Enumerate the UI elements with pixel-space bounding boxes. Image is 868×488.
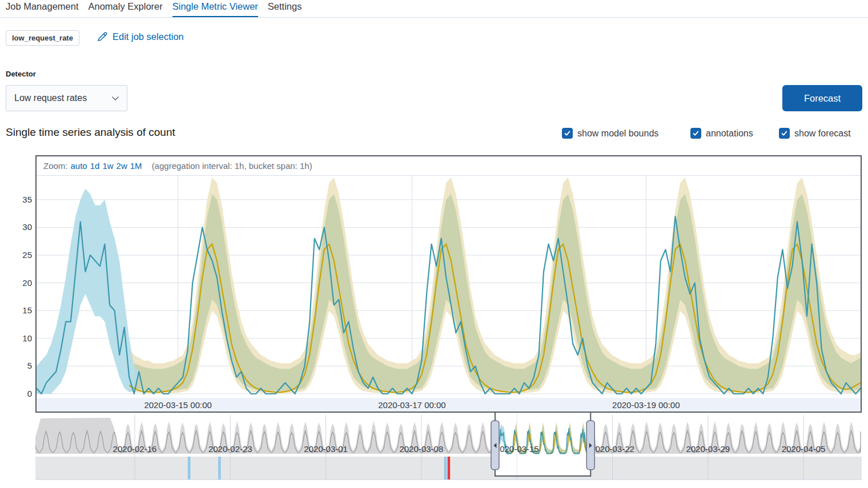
toggle-show-model-bounds[interactable]: show model bounds	[562, 128, 658, 139]
brush-handle-left[interactable]	[491, 421, 499, 470]
y-tick-label: 10	[8, 333, 32, 343]
zoom-option-2w[interactable]: 2w	[116, 161, 127, 171]
y-tick-label: 25	[8, 250, 32, 260]
aggregation-note: (aggregation interval: 1h, bucket span: …	[152, 161, 312, 171]
pencil-icon	[97, 32, 107, 42]
nav-divider	[0, 17, 868, 18]
page-title: Single time series analysis of count	[6, 126, 175, 139]
zoom-option-auto[interactable]: auto	[71, 161, 87, 171]
y-tick-label: 30	[8, 222, 32, 232]
toggle-show-forecast[interactable]: show forecast	[779, 128, 851, 139]
context-chart[interactable]: 2020-02-162020-02-232020-03-012020-03-08…	[35, 412, 862, 480]
zoom-label: Zoom:	[43, 161, 68, 171]
tab-single-metric-viewer[interactable]: Single Metric Viewer	[172, 1, 258, 17]
single-metric-viewer-page: { "nav": { "tabs": [ { "label": "Job Man…	[0, 0, 868, 488]
annotation-marker[interactable]	[448, 457, 451, 479]
tab-anomaly-explorer[interactable]: Anomaly Explorer	[89, 1, 163, 17]
context-week-label: 2020-03-29	[686, 444, 730, 454]
tab-settings[interactable]: Settings	[268, 1, 302, 17]
y-tick-label: 20	[8, 278, 32, 288]
forecast-button[interactable]: Forecast	[782, 85, 862, 111]
annotation-marker[interactable]	[444, 457, 447, 479]
checkbox-checked-icon[interactable]	[779, 128, 790, 139]
edit-job-selection-link[interactable]: Edit job selection	[97, 31, 184, 42]
edit-job-selection-label: Edit job selection	[112, 31, 184, 42]
model-bounds-history-band	[37, 188, 139, 394]
detector-select[interactable]: Low request rates	[6, 85, 127, 111]
detector-label: Detector	[6, 70, 36, 78]
top-nav: Job Management Anomaly Explorer Single M…	[6, 1, 302, 17]
checkbox-checked-icon[interactable]	[690, 128, 701, 139]
x-tick-label: 2020-03-19 00:00	[600, 400, 692, 410]
y-tick-label: 35	[8, 195, 32, 204]
toggle-label: show model bounds	[577, 128, 658, 139]
job-id-badge: low_request_rate	[6, 30, 79, 46]
x-tick-label: 2020-03-17 00:00	[366, 400, 457, 410]
focus-chart-plot	[37, 175, 861, 398]
zoom-option-1d[interactable]: 1d	[90, 161, 100, 171]
x-tick-label: 2020-03-15 00:00	[132, 400, 224, 410]
context-week-label: 2020-02-23	[208, 444, 252, 454]
chart-zoom-controls: Zoom: auto 1d 1w 2w 1M (aggregation inte…	[37, 156, 861, 175]
context-week-label: 2020-03-08	[400, 444, 444, 454]
checkbox-checked-icon[interactable]	[562, 128, 573, 139]
focus-chart-panel: Zoom: auto 1d 1w 2w 1M (aggregation inte…	[35, 155, 862, 413]
zoom-option-1w[interactable]: 1w	[102, 161, 113, 171]
context-week-label: 2020-03-15	[495, 444, 539, 454]
x-axis-strip: 2020-03-15 00:002020-03-17 00:002020-03-…	[37, 398, 861, 412]
tab-job-management[interactable]: Job Management	[6, 1, 79, 17]
chevron-down-icon	[111, 96, 119, 101]
annotation-marker[interactable]	[218, 457, 221, 479]
annotation-marker[interactable]	[188, 457, 191, 479]
context-week-label: 2020-03-22	[590, 444, 634, 454]
brush-handle-right[interactable]	[586, 421, 594, 470]
y-tick-label: 5	[8, 361, 32, 370]
context-week-label: 2020-04-05	[782, 444, 826, 454]
zoom-option-1M[interactable]: 1M	[130, 161, 142, 171]
context-week-label: 2020-03-01	[304, 444, 348, 454]
y-tick-label: 15	[8, 305, 32, 315]
toggle-label: annotations	[706, 128, 753, 139]
toggle-label: show forecast	[794, 128, 851, 139]
toggle-annotations[interactable]: annotations	[690, 128, 753, 139]
y-tick-label: 0	[8, 389, 32, 398]
context-week-label: 2020-02-16	[113, 444, 157, 454]
detector-selected-value: Low request rates	[14, 93, 87, 103]
